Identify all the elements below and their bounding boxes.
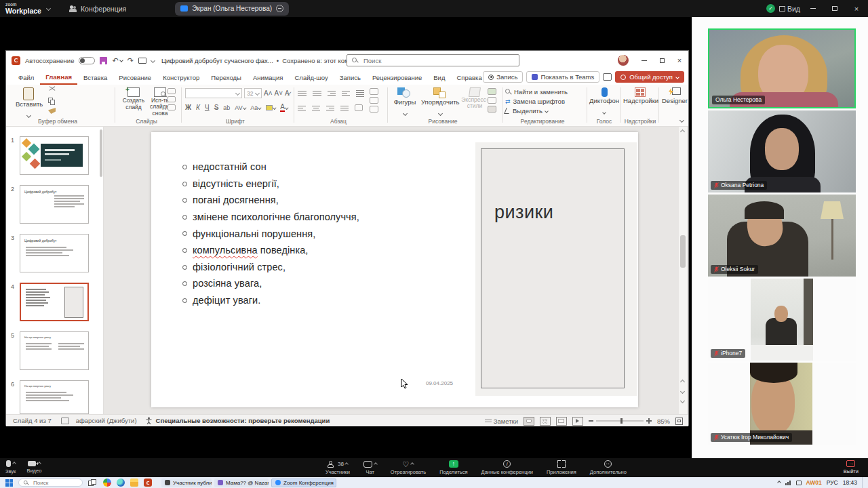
video-tile-oleksii[interactable]: Oleksii Sokur	[708, 195, 856, 277]
tab-view[interactable]: Вид	[428, 71, 450, 84]
battery-icon[interactable]	[796, 481, 802, 485]
language-switcher[interactable]: РУС	[827, 479, 838, 486]
find-replace-button[interactable]: Найти и заменить	[505, 88, 584, 96]
text-direction-button[interactable]	[370, 88, 378, 95]
font-color-button[interactable]: А	[280, 103, 288, 112]
tab-screen-share[interactable]: Экран (Ольга Нестерова)	[175, 2, 289, 16]
window-maximize-button[interactable]	[826, 2, 844, 16]
addins-button[interactable]: Надстройки	[623, 87, 657, 104]
zoom-slider-track[interactable]	[596, 420, 644, 422]
slide-thumbnail-6[interactable]: На що звертаю увагу	[20, 380, 89, 414]
tab-record[interactable]: Запись	[334, 71, 366, 84]
increase-indent-button[interactable]	[342, 89, 350, 97]
quick-styles-button[interactable]: Экспресс-стили	[460, 87, 489, 110]
slide-bullet-list[interactable]: недостатній сон відсутність енергії, пог…	[180, 159, 359, 308]
chat-button[interactable]: Чат	[363, 461, 377, 475]
view-button[interactable]: Вид	[779, 5, 800, 13]
video-tile-olga[interactable]: Ольга Нестерова	[708, 28, 856, 108]
tray-expand-icon[interactable]	[777, 481, 781, 485]
tray-badge[interactable]: AW01	[806, 479, 822, 486]
language-indicator[interactable]: афарский (Джибути)	[76, 417, 137, 424]
reset-button[interactable]	[167, 96, 176, 102]
slideshow-view-button[interactable]	[572, 417, 583, 426]
smartart-button[interactable]	[370, 106, 378, 113]
scroll-up-icon[interactable]	[680, 129, 685, 134]
share-screen-button[interactable]: ↑ Поделиться	[439, 460, 467, 475]
align-right-button[interactable]	[326, 104, 334, 112]
replace-fonts-button[interactable]: ⇄Замена шрифтов	[505, 98, 584, 105]
audio-options-icon[interactable]	[12, 462, 16, 466]
scrollbar-thumb[interactable]	[680, 235, 686, 268]
zoom-workplace-menu[interactable]: zoom Workplace	[5, 3, 50, 14]
ppt-search-box[interactable]	[347, 54, 519, 66]
quick-access-more-icon[interactable]	[151, 58, 155, 62]
comments-icon[interactable]	[603, 73, 612, 81]
window-close-button[interactable]: ×	[848, 2, 865, 16]
apps-button[interactable]: Приложения	[547, 460, 576, 475]
increase-font-button[interactable]: A˄	[264, 89, 273, 97]
bold-button[interactable]: Ж	[185, 104, 191, 111]
ppt-close-button[interactable]: ×	[671, 54, 688, 67]
network-icon[interactable]	[785, 481, 791, 485]
scroll-down-icon[interactable]	[680, 399, 685, 403]
chat-options-icon[interactable]	[374, 462, 378, 466]
decrease-font-button[interactable]: A˅	[275, 89, 283, 97]
character-spacing-button[interactable]: AV	[235, 104, 245, 111]
shape-effects-button[interactable]	[488, 106, 496, 113]
slide-thumbnail-1[interactable]	[20, 136, 89, 175]
justify-button[interactable]	[340, 104, 349, 112]
reading-view-button[interactable]	[556, 417, 567, 426]
bullets-button[interactable]	[298, 89, 307, 97]
tab-file[interactable]: Файл	[13, 71, 39, 84]
tab-insert[interactable]: Вставка	[78, 71, 113, 84]
ppt-minimize-button[interactable]	[635, 54, 653, 67]
clear-formatting-button[interactable]: A̷	[285, 89, 290, 97]
stop-share-icon[interactable]	[276, 5, 283, 12]
meeting-info-button[interactable]: i Данные конференции	[481, 460, 533, 475]
format-painter-button[interactable]	[48, 108, 56, 114]
slide-thumbnail-3[interactable]: Цифровий добробут	[20, 234, 89, 272]
show-desktop-button[interactable]	[862, 477, 864, 488]
slide-counter[interactable]: Слайд 4 из 7	[13, 417, 52, 424]
tab-design[interactable]: Конструктор	[157, 71, 205, 84]
clock[interactable]: 18:43	[843, 479, 857, 486]
zoom-in-icon[interactable]	[646, 418, 652, 424]
save-icon[interactable]	[100, 57, 107, 64]
start-button[interactable]	[5, 479, 13, 487]
video-options-icon[interactable]	[37, 462, 41, 466]
slide-thumbnail-2[interactable]: Цифровий добробут	[20, 185, 89, 224]
columns-button[interactable]	[355, 104, 363, 111]
taskbar-window-3-active[interactable]: Zoom Конференция	[271, 479, 336, 487]
shapes-button[interactable]: Фигуры	[391, 87, 418, 118]
more-button[interactable]: Дополнительно	[590, 460, 627, 475]
audio-button[interactable]: Звук	[5, 460, 16, 474]
change-case-button[interactable]: Aa	[250, 104, 261, 111]
new-slide-button[interactable]: + Создать слайд	[120, 87, 147, 111]
zoom-slider[interactable]	[589, 418, 652, 424]
taskbar-search-input[interactable]	[32, 479, 73, 487]
tab-conference[interactable]: Конференция	[69, 5, 126, 13]
task-view-button[interactable]	[88, 479, 96, 487]
section-button[interactable]	[167, 104, 176, 110]
window-minimize-button[interactable]	[804, 2, 822, 16]
reactions-button[interactable]: ♡ Отреагировать	[391, 461, 426, 475]
powerpoint-taskbar-icon[interactable]	[144, 479, 152, 487]
ppt-restore-button[interactable]	[653, 54, 671, 67]
strikethrough-button[interactable]: S	[214, 104, 219, 111]
accessibility-status[interactable]: Специальные возможности: проверьте реком…	[156, 417, 330, 424]
font-name-select[interactable]	[185, 88, 242, 98]
leave-button[interactable]: → Выйти	[844, 460, 859, 474]
risk-box[interactable]: ризики	[481, 148, 625, 388]
slide-thumbnail-4-selected[interactable]	[20, 283, 89, 321]
zoom-percentage[interactable]: 85%	[657, 418, 670, 425]
chrome-icon[interactable]	[103, 479, 111, 487]
line-spacing-button[interactable]	[356, 89, 364, 98]
previous-slide-icon[interactable]	[680, 380, 685, 384]
editor-scrollbar[interactable]	[679, 127, 687, 414]
account-avatar[interactable]	[618, 55, 629, 66]
subscript-button[interactable]: ab	[223, 104, 230, 111]
zoom-out-icon[interactable]	[589, 420, 593, 421]
shape-fill-button[interactable]	[488, 88, 496, 95]
tab-help[interactable]: Справка	[451, 71, 487, 84]
taskbar-search[interactable]	[18, 479, 83, 487]
